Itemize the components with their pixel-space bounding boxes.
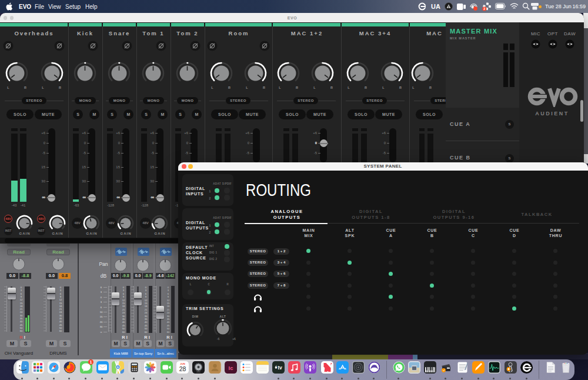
- svg-text:Ic: Ic: [229, 365, 233, 371]
- svg-text:28: 28: [179, 365, 186, 372]
- svg-text:2: 2: [483, 7, 485, 11]
- svg-text:tv: tv: [278, 365, 282, 371]
